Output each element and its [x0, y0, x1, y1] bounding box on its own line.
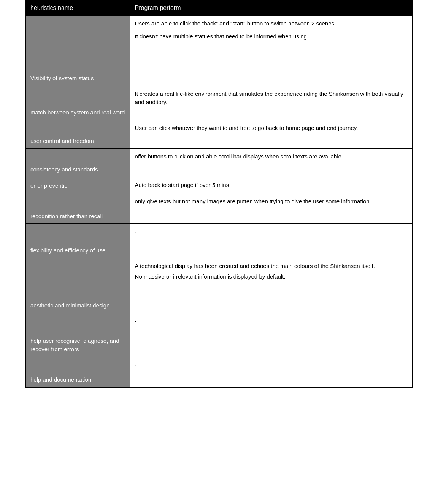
table-row-recognition: recognition rather than recallonly give … [26, 193, 413, 223]
heuristic-name-help-doc: help and documentation [26, 357, 130, 387]
performance-text-help-doc: - [130, 357, 412, 387]
table-row-flexibility: flexibility and efficiency of use- [26, 223, 413, 258]
heuristic-name-match: match between system and real word [26, 86, 130, 120]
performance-text-user-control: User can click whatever they want to and… [130, 120, 412, 149]
performance-text-flexibility: - [130, 223, 412, 258]
performance-text-aesthetic: A technological display has been created… [130, 258, 412, 313]
table-row-help-doc: help and documentation- [26, 357, 413, 387]
performance-text-match: It creates a real life-like environment … [130, 86, 412, 120]
heuristics-table: heuristics name Program perform Visibili… [25, 0, 413, 387]
table-row-help-diagnose: help user recognise, diagnose, and recov… [26, 313, 413, 357]
header-performance: Program perform [130, 1, 412, 16]
performance-text-recognition: only give texts but not many images are … [130, 193, 412, 223]
performance-text-consistency: offer buttons to click on and able scrol… [130, 149, 412, 177]
table-header-row: heuristics name Program perform [26, 1, 413, 16]
heuristic-name-recognition: recognition rather than recall [26, 193, 130, 223]
table-row-visibility: Visibility of system statusUsers are abl… [26, 16, 413, 86]
heuristic-name-error-prevention: error prevention [26, 177, 130, 193]
heuristic-name-consistency: consistency and standards [26, 149, 130, 177]
heuristic-name-help-diagnose: help user recognise, diagnose, and recov… [26, 313, 130, 357]
table-row-error-prevention: error preventionAuto back to start page … [26, 177, 413, 193]
heuristic-name-aesthetic: aesthetic and minimalist design [26, 258, 130, 313]
heuristic-name-visibility: Visibility of system status [26, 16, 130, 86]
heuristic-name-user-control: user control and freedom [26, 120, 130, 149]
table-row-consistency: consistency and standardsoffer buttons t… [26, 149, 413, 177]
table-row-user-control: user control and freedomUser can click w… [26, 120, 413, 149]
header-heuristics: heuristics name [26, 1, 130, 16]
main-table-wrapper: heuristics name Program perform Visibili… [25, 0, 413, 388]
performance-text-help-diagnose: - [130, 313, 412, 357]
performance-text-error-prevention: Auto back to start page if over 5 mins [130, 177, 412, 193]
performance-text-visibility: Users are able to click the “back” and “… [130, 16, 412, 86]
table-row-aesthetic: aesthetic and minimalist designA technol… [26, 258, 413, 313]
table-row-match: match between system and real wordIt cre… [26, 86, 413, 120]
heuristic-name-flexibility: flexibility and efficiency of use [26, 223, 130, 258]
